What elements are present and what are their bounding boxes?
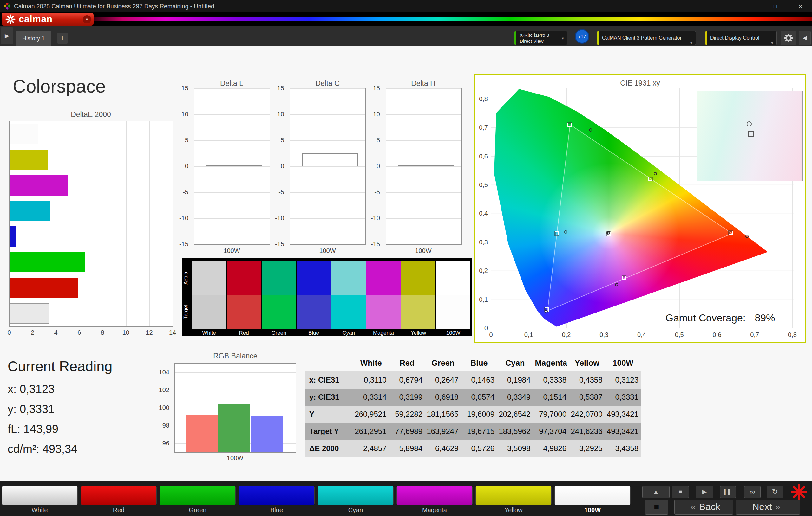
delta-l-yticks: 151050-5-10-15 [174, 88, 191, 244]
table-cell: 6,4629 [425, 440, 461, 457]
refresh-button[interactable]: ↻ [766, 486, 783, 498]
logo-menu-caret[interactable]: ▼ [83, 15, 91, 24]
gamut-coverage-value: 89% [755, 312, 775, 324]
reading-fL: fL: 143,99 [8, 419, 78, 439]
table-row-0: x: CIE310,31100,67940,26470,14630,19840,… [306, 371, 641, 389]
loop-button[interactable]: ∞ [744, 486, 761, 498]
pattern-swatch [475, 486, 552, 505]
cie-ytick: 0 [484, 325, 488, 332]
rgb-bar-red [185, 415, 218, 452]
inset-target-marker [748, 131, 754, 136]
delta-c-yticks: 151050-5-10-15 [270, 88, 287, 244]
pattern-swatch [554, 486, 631, 505]
table-cell: 3,4358 [605, 440, 641, 457]
table-cell: 0,3199 [389, 389, 425, 406]
swatch-grid: WhiteRedGreenBlueCyanMagentaYellow100W [192, 261, 470, 336]
display-control-dropdown[interactable]: Direct Display Control ▼ [705, 31, 777, 45]
add-tab-button[interactable]: + [57, 33, 68, 44]
table-cell: 0,1463 [461, 371, 497, 389]
cie-target-marker [555, 232, 559, 236]
swatch-target-color [227, 295, 261, 329]
deltae-xtick: 8 [101, 329, 104, 336]
inset-measured-marker [747, 121, 752, 126]
close-button[interactable]: × [788, 0, 812, 12]
meter-count-badge[interactable]: 717 [575, 29, 589, 44]
pattern-button-green[interactable]: Green [160, 486, 236, 515]
column-header: 100W [605, 354, 641, 371]
table-cell: 0,3349 [497, 389, 533, 406]
deltae-bar-cyan [9, 201, 51, 221]
calman-flower-icon [5, 14, 16, 24]
cie-chart-title: CIE 1931 xy [475, 79, 805, 88]
play-icon: ▶ [702, 488, 707, 495]
pattern-label: 100W [554, 507, 631, 514]
pattern-swatch [238, 486, 315, 505]
pattern-generator-label: CalMAN Client 3 Pattern Generator [602, 35, 682, 40]
target-row-label: Target [183, 295, 191, 329]
table-cell: 0,6918 [425, 389, 461, 406]
table-cell: 3,2925 [569, 440, 605, 457]
pattern-button-blue[interactable]: Blue [238, 486, 315, 515]
cie-ytick: 0,4 [479, 210, 488, 217]
pattern-window-button[interactable]: ■ [645, 499, 668, 515]
cie-xtick: 0,8 [788, 331, 797, 338]
row-label: y: CIE31 [306, 389, 353, 406]
pause-button[interactable]: ▌▌ [720, 486, 736, 498]
back-button[interactable]: «Back [674, 499, 733, 515]
next-button[interactable]: Next» [735, 499, 800, 515]
calman-logo[interactable]: calman ▼ [2, 13, 93, 26]
delta-c-bar [302, 153, 358, 166]
cie-measured-marker [545, 310, 548, 313]
rgb-ytick: 102 [159, 386, 169, 394]
swatch-label: Blue [296, 330, 331, 336]
pattern-swatch [2, 486, 78, 505]
panel-expand-button[interactable]: ▶ [1, 27, 13, 44]
table-row-4: ΔE 20002,48575,89846,46290,57263,50984,9… [306, 440, 641, 457]
meter-dropdown[interactable]: X-Rite i1Pro 3 Direct View ▼ [514, 31, 568, 45]
table-cell: 0,2647 [425, 371, 461, 389]
pattern-button-100w[interactable]: 100W [554, 486, 631, 515]
deltae-xticks: 02468101214 [9, 329, 173, 337]
table-cell: 4,9826 [533, 440, 569, 457]
delta-h-plot [386, 88, 462, 245]
play-button[interactable]: ▶ [696, 486, 713, 498]
pattern-button-yellow[interactable]: Yellow [475, 486, 552, 515]
next-label: Next [752, 502, 772, 512]
table-corner-cell [306, 354, 353, 371]
loop-icon: ∞ [750, 487, 755, 496]
panel-up-button[interactable]: ▲ [642, 486, 670, 498]
swatch-label: Red [227, 330, 261, 336]
table-cell: 79,7000 [533, 406, 569, 423]
actual-row-label: Actual [183, 261, 191, 295]
pattern-generator-dropdown[interactable]: CalMAN Client 3 Pattern Generator ▼ [597, 31, 696, 45]
back-chevron-icon: « [691, 502, 696, 512]
cie-target-marker [729, 231, 733, 235]
cie-target-marker [622, 276, 626, 280]
settings-button[interactable] [781, 31, 796, 45]
stop-button[interactable]: ■ [672, 486, 689, 498]
table-row-2: Y260,952159,2282181,156519,6009202,65427… [306, 406, 641, 423]
red-asterisk-icon [790, 483, 808, 500]
tab-history-1[interactable]: History 1 [16, 31, 51, 45]
collapse-panel-button[interactable]: ◀ [799, 31, 811, 45]
table-cell: 202,6542 [497, 406, 533, 423]
cie-ytick: 0,6 [479, 152, 488, 160]
pattern-label: Blue [238, 507, 315, 514]
table-cell: 183,5962 [497, 423, 533, 440]
minimize-button[interactable]: – [740, 0, 763, 12]
pattern-button-red[interactable]: Red [81, 486, 157, 515]
delta-ytick: -5 [279, 189, 284, 196]
pattern-button-cyan[interactable]: Cyan [318, 486, 394, 515]
table-cell: 181,1565 [425, 406, 461, 423]
delta-l-chart: Delta L 151050-5-10-15 100W [194, 79, 269, 88]
pattern-button-white[interactable]: White [2, 486, 78, 515]
maximize-button[interactable]: □ [763, 0, 787, 12]
pattern-button-magenta[interactable]: Magenta [397, 486, 473, 515]
delta-l-plot [194, 88, 270, 245]
swatch-yellow: Yellow [401, 261, 435, 336]
table-row-3: Target Y261,295177,6989163,924719,671518… [306, 423, 641, 440]
row-label: ΔE 2000 [306, 440, 353, 457]
rgb-plot [174, 363, 296, 453]
meter-mode: Direct View [520, 38, 544, 44]
chevron-down-icon: ▼ [771, 36, 774, 50]
